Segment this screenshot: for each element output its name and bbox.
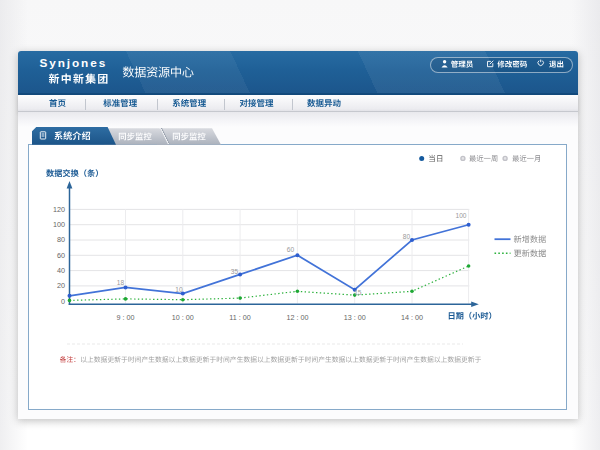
svg-text:10: 10 [175,286,183,293]
svg-text:100: 100 [53,220,65,229]
svg-text:12 : 00: 12 : 00 [286,313,308,322]
svg-text:11 : 00: 11 : 00 [229,313,250,322]
svg-text:80: 80 [57,235,65,244]
svg-text:20: 20 [57,281,65,290]
svg-text:60: 60 [57,251,65,260]
svg-text:15: 15 [354,289,362,296]
svg-text:14 : 00: 14 : 00 [401,313,423,322]
svg-text:100: 100 [455,212,466,219]
svg-text:9 : 00: 9 : 00 [117,313,135,322]
svg-text:40: 40 [57,266,65,275]
svg-text:120: 120 [53,205,65,214]
svg-text:18: 18 [117,279,125,286]
svg-text:10 : 00: 10 : 00 [172,313,194,322]
svg-text:13 : 00: 13 : 00 [344,313,366,322]
svg-text:80: 80 [403,233,411,240]
svg-text:0: 0 [61,297,65,306]
svg-text:35: 35 [231,268,239,275]
svg-text:60: 60 [287,246,295,253]
